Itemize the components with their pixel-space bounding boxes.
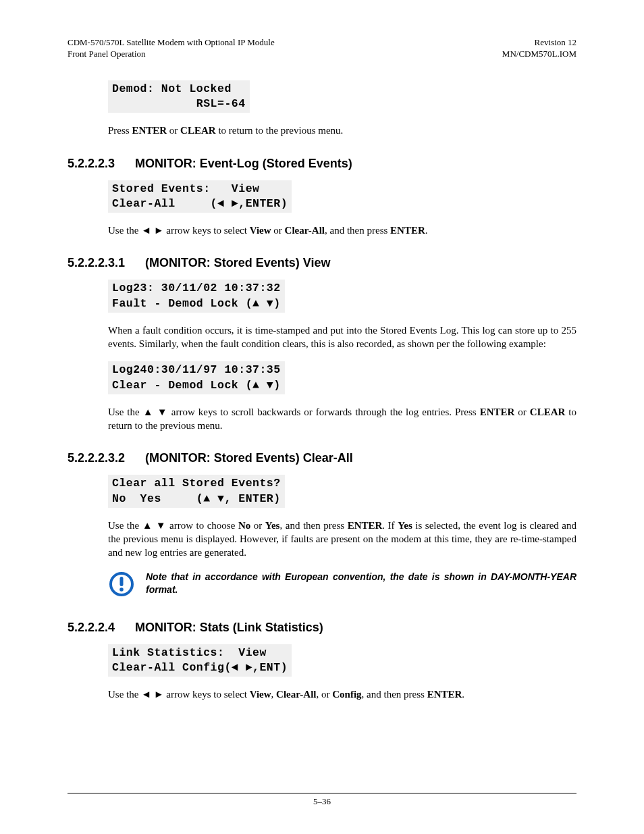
paragraph: When a fault condition occurs, it is tim… [108,323,576,351]
paragraph: Use the ◄ ► arrow keys to select View or… [108,224,576,237]
heading-title: MONITOR: Stats (Link Statistics) [135,621,323,635]
option-yes: Yes [398,520,412,531]
lcd-line: Log23: 30/11/02 10:37:32 [112,282,281,294]
page-number: 5–36 [313,796,331,806]
header-left-line2: Front Panel Operation [68,49,275,60]
section-heading: 5.2.2.2.4 MONITOR: Stats (Link Statistic… [68,621,576,635]
option-clear-all: Clear-All [285,225,325,236]
paragraph: Use the ◄ ► arrow keys to select View, C… [108,687,576,701]
svg-point-2 [119,588,124,592]
option-config: Config [332,689,361,700]
key-enter: ENTER [427,689,462,700]
lcd-display-clear-all: Clear all Stored Events? No Yes (▲ ▼, EN… [108,475,285,508]
text: , or [317,689,333,700]
text: , and then press [325,225,390,236]
header-left-line1: CDM-570/570L Satellite Modem with Option… [68,37,275,49]
heading-number: 5.2.2.2.3.2 [68,451,125,465]
key-clear: CLEAR [180,125,216,136]
text: Use the ◄ ► arrow keys to select [108,225,250,236]
lcd-line: Stored Events: View [112,182,259,195]
lcd-display-link-stats: Link Statistics: View Clear-All Config(◄… [108,644,292,677]
paragraph: Use the ▲ ▼ arrow to choose No or Yes, a… [108,519,576,560]
text: Use the ▲ ▼ arrow to choose [108,520,238,531]
text: or [167,125,180,136]
lcd-display-log-clear: Log240:30/11/97 10:37:35 Clear - Demod L… [108,361,285,394]
text: . If [382,520,398,531]
heading-number: 5.2.2.2.4 [68,621,115,635]
key-enter: ENTER [132,125,167,136]
section-heading: 5.2.2.2.3 MONITOR: Event-Log (Stored Eve… [68,157,576,171]
heading-number: 5.2.2.2.3.1 [68,256,125,270]
page-header: CDM-570/570L Satellite Modem with Option… [68,37,576,60]
header-right: Revision 12 MN/CDM570L.IOM [502,37,576,60]
text: . [425,225,428,236]
lcd-line: Clear - Demod Lock (▲ ▼) [112,379,281,392]
option-clear-all: Clear-All [276,689,316,700]
header-left: CDM-570/570L Satellite Modem with Option… [68,37,275,60]
svg-rect-1 [120,577,124,586]
lcd-display-log-fault: Log23: 30/11/02 10:37:32 Fault - Demod L… [108,280,285,313]
key-enter: ENTER [348,520,383,531]
text: or [514,407,529,417]
key-clear: CLEAR [530,407,566,417]
option-no: No [238,520,250,531]
heading-number: 5.2.2.2.3 [68,157,115,171]
lcd-line: Clear all Stored Events? [112,477,281,490]
section-heading: 5.2.2.2.3.1 (MONITOR: Stored Events) Vie… [68,256,576,270]
option-yes: Yes [265,520,280,531]
lcd-display-stored-events: Stored Events: View Clear-All (◄ ►,ENTER… [108,180,292,213]
page-footer: 5–36 [68,793,576,807]
text: Use the ◄ ► arrow keys to select [108,689,250,700]
text: , and then press [362,689,427,700]
section-heading: 5.2.2.2.3.2 (MONITOR: Stored Events) Cle… [68,451,576,465]
lcd-line: RSL=-64 [112,97,246,110]
paragraph: Press ENTER or CLEAR to return to the pr… [108,124,576,137]
paragraph: Use the ▲ ▼ arrow keys to scroll backwar… [108,405,576,433]
key-enter: ENTER [480,407,515,417]
note-text: Note that in accordance with European co… [146,571,576,596]
text: or [250,520,265,531]
lcd-line: Fault - Demod Lock (▲ ▼) [112,297,281,310]
lcd-line: No Yes (▲ ▼, ENTER) [112,492,281,505]
text: , [271,689,277,700]
text: Press [108,125,132,136]
note-callout: Note that in accordance with European co… [108,571,576,598]
lcd-line: Link Statistics: View [112,646,267,659]
heading-title: (MONITOR: Stored Events) View [145,256,330,270]
option-view: View [250,225,271,236]
text: to return to the previous menu. [216,125,344,136]
lcd-line: Clear-All Config(◄ ►,ENT) [112,661,288,674]
heading-title: MONITOR: Event-Log (Stored Events) [135,157,352,171]
lcd-line: Log240:30/11/97 10:37:35 [112,363,281,376]
header-right-line1: Revision 12 [502,37,576,49]
option-view: View [250,689,271,700]
text: . [462,689,464,700]
heading-title: (MONITOR: Stored Events) Clear-All [145,451,353,465]
lcd-line: Clear-All (◄ ►,ENTER) [112,197,288,210]
text: Use the ▲ ▼ arrow keys to scroll backwar… [108,407,480,417]
header-right-line2: MN/CDM570L.IOM [502,49,576,60]
lcd-display-demod: Demod: Not Locked RSL=-64 [108,80,250,113]
document-page: CDM-570/570L Satellite Modem with Option… [0,0,644,834]
lcd-line: Demod: Not Locked [112,82,232,95]
attention-icon [108,571,135,598]
text: , and then press [279,520,347,531]
key-enter: ENTER [390,225,425,236]
text: or [271,225,285,236]
